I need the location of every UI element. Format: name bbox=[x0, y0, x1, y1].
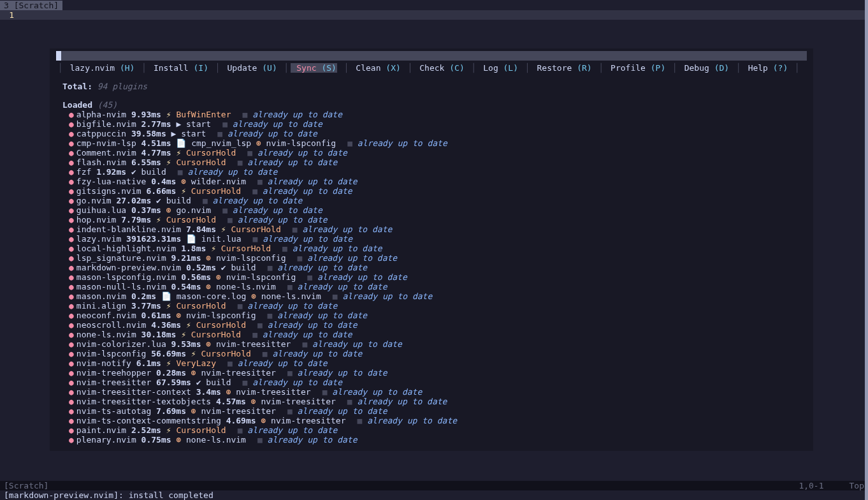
play-icon: ▶ bbox=[176, 119, 181, 129]
plugin-row[interactable]: ●mason-null-ls.nvim 0.54ms ⊛ none-ls.nvi… bbox=[62, 282, 807, 291]
plugin-row[interactable]: ●mason-lspconfig.nvim 0.56ms ⊛ nvim-lspc… bbox=[62, 272, 807, 282]
scrollbar[interactable] bbox=[865, 0, 868, 500]
menu-separator: │ bbox=[408, 63, 413, 73]
plugin-row[interactable]: ●Comment.nvim 4.77ms ⚡ CursorHold■ alrea… bbox=[62, 148, 807, 158]
plugin-status: already up to date bbox=[238, 215, 328, 224]
plugin-row[interactable]: ●indent-blankline.nvim 7.84ms ⚡ CursorHo… bbox=[62, 224, 807, 234]
plugin-row[interactable]: ●plenary.nvim 0.75ms ⊛ none-ls.nvim■ alr… bbox=[62, 435, 807, 445]
plugin-time: 27.02ms bbox=[116, 196, 151, 205]
plugin-row[interactable]: ●cmp-nvim-lsp 4.51ms 📄 cmp_nvim_lsp ⊛ nv… bbox=[62, 138, 807, 148]
plugin-row[interactable]: ●hop.nvim 7.79ms ⚡ CursorHold■ already u… bbox=[62, 215, 807, 224]
bolt-icon: ⚡ bbox=[221, 224, 226, 234]
plugin-row[interactable]: ●nvim-treesitter-context 3.4ms ⊛ nvim-tr… bbox=[62, 387, 807, 397]
plugin-row[interactable]: ●mini.align 3.77ms ⚡ CursorHold■ already… bbox=[62, 301, 807, 311]
menu-item-install[interactable]: Install (I) bbox=[148, 63, 208, 73]
plugin-trigger: nvim-treesitter bbox=[201, 368, 276, 378]
plugin-row[interactable]: ●markdown-preview.nvim 0.52ms ✔ build■ a… bbox=[62, 263, 807, 272]
plugin-status: already up to date bbox=[293, 244, 382, 253]
plugin-trigger: CursorHold bbox=[176, 158, 226, 167]
plugin-status: already up to date bbox=[307, 253, 397, 263]
plugin-row[interactable]: ●nvim-lspconfig 56.69ms ⚡ CursorHold■ al… bbox=[62, 349, 807, 358]
plugin-row[interactable]: ●paint.nvim 2.52ms ⚡ CursorHold■ already… bbox=[62, 425, 807, 435]
plugin-row[interactable]: ●fzy-lua-native 0.4ms ⊛ wilder.nvim■ alr… bbox=[62, 177, 807, 186]
plugin-row[interactable]: ●neoscroll.nvim 4.36ms ⚡ CursorHold■ alr… bbox=[62, 320, 807, 330]
plugin-name: gitsigns.nvim bbox=[76, 186, 141, 196]
menu-item-help[interactable]: Help (?) bbox=[743, 63, 788, 73]
bullet-icon: ● bbox=[69, 129, 74, 138]
menu-separator: │ bbox=[672, 63, 677, 73]
plugin-row[interactable]: ●nvim-treesitter-textobjects 4.57ms ⊛ nv… bbox=[62, 397, 807, 406]
plugin-trigger: VeryLazy bbox=[176, 358, 216, 368]
bolt-icon: ⚡ bbox=[181, 330, 186, 339]
menu-item-lazynvim[interactable]: lazy.nvim (H) bbox=[65, 63, 135, 73]
plugin-row[interactable]: ●nvim-treesitter 67.59ms ✔ build■ alread… bbox=[62, 378, 807, 387]
cmdline: [markdown-preview.nvim]: install complet… bbox=[0, 490, 868, 500]
plugin-row[interactable]: ●go.nvim 27.02ms ✔ build■ already up to … bbox=[62, 196, 807, 205]
plugin-row[interactable]: ●nvim-treehopper 0.28ms ⊛ nvim-treesitte… bbox=[62, 368, 807, 378]
plugin-status: already up to date bbox=[272, 349, 362, 358]
plugin-trigger: CursorHold bbox=[196, 320, 246, 330]
menu-item-clean[interactable]: Clean (X) bbox=[351, 63, 401, 73]
menu-item-profile[interactable]: Profile (P) bbox=[605, 63, 665, 73]
status-box-icon: ■ bbox=[333, 291, 343, 301]
plugin-time: 7.79ms bbox=[121, 215, 151, 224]
menu-item-restore[interactable]: Restore (R) bbox=[532, 63, 592, 73]
tab-scratch[interactable]: 3 [Scratch] bbox=[0, 1, 62, 10]
plugin-row[interactable]: ●gitsigns.nvim 6.66ms ⚡ CursorHold■ alre… bbox=[62, 186, 807, 196]
plugin-status: already up to date bbox=[277, 263, 367, 272]
plugin-row[interactable]: ●neoconf.nvim 0.61ms ⊛ nvim-lspconfig■ a… bbox=[62, 311, 807, 320]
menu-item-sync[interactable]: Sync (S) bbox=[291, 63, 336, 73]
plugin-row[interactable]: ●guihua.lua 0.37ms ⊛ go.nvim■ already up… bbox=[62, 205, 807, 215]
plugin-row[interactable]: ●lsp_signature.nvim 9.21ms ⊛ nvim-lspcon… bbox=[62, 253, 807, 263]
bullet-icon: ● bbox=[69, 416, 74, 425]
plugin-row[interactable]: ●nvim-notify 6.1ms ⚡ VeryLazy■ already u… bbox=[62, 358, 807, 368]
plugin-time: 2.52ms bbox=[131, 425, 161, 435]
bullet-icon: ● bbox=[69, 272, 74, 282]
plugin-trigger: nvim-lspconfig bbox=[216, 253, 286, 263]
plugin-trigger: CursorHold bbox=[176, 425, 226, 435]
plugin-row[interactable]: ●catppuccin 39.58ms ▶ start■ already up … bbox=[62, 129, 807, 138]
gear-icon: ⊛ bbox=[206, 339, 211, 349]
plugin-row[interactable]: ●lazy.nvim 391623.31ms 📄 init.lua■ alrea… bbox=[62, 234, 807, 244]
bullet-icon: ● bbox=[69, 339, 74, 349]
plugin-row[interactable]: ●none-ls.nvim 30.18ms ⚡ CursorHold■ alre… bbox=[62, 330, 807, 339]
bullet-icon: ● bbox=[69, 291, 74, 301]
menu-item-update[interactable]: Update (U) bbox=[222, 63, 277, 73]
plugin-time: 0.54ms bbox=[171, 282, 201, 291]
plugin-row[interactable]: ●fzf 1.92ms ✔ build■ already up to date bbox=[62, 167, 807, 177]
plugin-row[interactable]: ●flash.nvim 6.55ms ⚡ CursorHold■ already… bbox=[62, 158, 807, 167]
plugin-status: already up to date bbox=[187, 167, 277, 177]
plugin-row[interactable]: ●mason.nvim 0.2ms 📄 mason-core.log ⊛ non… bbox=[62, 291, 807, 301]
bullet-icon: ● bbox=[69, 119, 74, 129]
plugin-row[interactable]: ●nvim-colorizer.lua 9.53ms ⊛ nvim-treesi… bbox=[62, 339, 807, 349]
plugin-time: 6.55ms bbox=[131, 158, 161, 167]
plugin-name: catppuccin bbox=[76, 129, 126, 138]
plugin-name: fzy-lua-native bbox=[76, 177, 147, 186]
plugin-trigger: cmp_nvim_lsp bbox=[191, 138, 251, 148]
plugin-row[interactable]: ●nvim-ts-context-commentstring 4.69ms ⊛ … bbox=[62, 416, 807, 425]
plugin-time: 30.18ms bbox=[141, 330, 177, 339]
plugin-row[interactable]: ●alpha-nvim 9.93ms ⚡ BufWinEnter■ alread… bbox=[62, 110, 807, 119]
menu-item-log[interactable]: Log (L) bbox=[478, 63, 518, 73]
plugin-trigger: CursorHold bbox=[186, 148, 236, 158]
menu-separator: │ bbox=[598, 63, 604, 73]
gear-icon: ⊛ bbox=[251, 397, 256, 406]
plugin-row[interactable]: ●bigfile.nvim 2.77ms ▶ start■ already up… bbox=[62, 119, 807, 129]
plugin-time: 0.56ms bbox=[181, 272, 211, 282]
status-box-icon: ■ bbox=[358, 416, 368, 425]
menu-item-check[interactable]: Check (C) bbox=[414, 63, 464, 73]
plugin-row[interactable]: ●local-highlight.nvim 1.8ms ⚡ CursorHold… bbox=[62, 244, 807, 253]
plugin-trigger: CursorHold bbox=[176, 301, 226, 311]
bullet-icon: ● bbox=[69, 368, 74, 378]
window-statusline: [Scratch] 1,0-1 Top bbox=[0, 481, 868, 490]
menu-item-debug[interactable]: Debug (D) bbox=[679, 63, 729, 73]
plugin-row[interactable]: ●nvim-ts-autotag 7.69ms ⊛ nvim-treesitte… bbox=[62, 406, 807, 416]
plugin-trigger: mason-core.log bbox=[177, 291, 247, 301]
bullet-icon: ● bbox=[69, 253, 74, 263]
plugin-name: plenary.nvim bbox=[76, 435, 136, 445]
menu-separator: │ bbox=[58, 63, 63, 73]
menu-key: (L) bbox=[503, 63, 518, 73]
gear-icon: ⊛ bbox=[191, 368, 196, 378]
plugin-status: already up to date bbox=[317, 272, 407, 282]
plugin-status: already up to date bbox=[358, 138, 447, 148]
